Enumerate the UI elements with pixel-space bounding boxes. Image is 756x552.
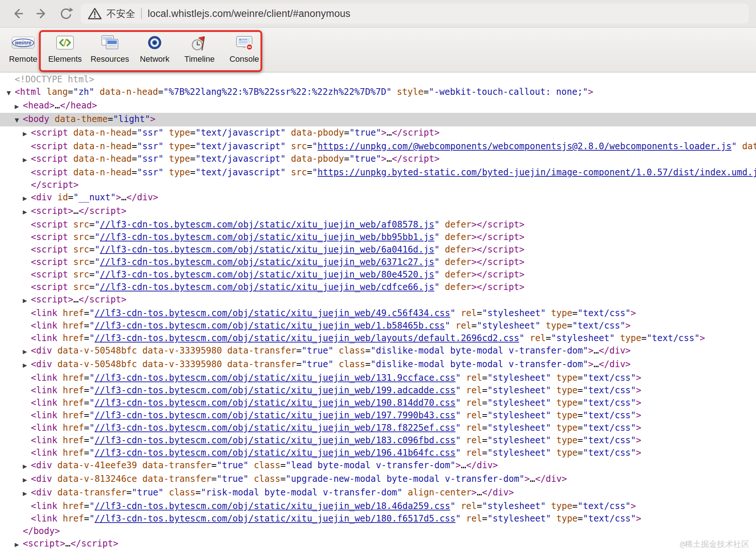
attr-name-token: rel bbox=[461, 385, 482, 395]
dom-tree-row[interactable]: <!DOCTYPE html> bbox=[0, 73, 756, 86]
dom-tree-row[interactable]: ▶<div data-v-50548bfc data-v-33395980 da… bbox=[0, 344, 756, 358]
dom-tree-row[interactable]: ▶<div data-v-813246ce data-transfer="tru… bbox=[0, 473, 756, 486]
attr-value-token: "text/javascript" bbox=[195, 141, 286, 151]
address-bar[interactable]: 不安全 local.whistlejs.com/weinre/client/#a… bbox=[81, 4, 749, 24]
dom-tree-row-selected[interactable]: ▼<body data-theme="light"> bbox=[0, 113, 756, 126]
attr-name-token: defer bbox=[440, 219, 472, 230]
dom-tree-row[interactable]: <script data-n-head="ssr" type="text/jav… bbox=[0, 166, 756, 179]
attr-name-token: type bbox=[615, 333, 641, 343]
tab-elements[interactable]: Elements bbox=[43, 28, 87, 72]
collapsed-arrow-icon[interactable]: ▶ bbox=[23, 206, 31, 218]
dom-tree-row[interactable]: <link href="//lf3-cdn-tos.bytescm.com/ob… bbox=[0, 409, 756, 422]
dom-tree-row[interactable]: <link href="//lf3-cdn-tos.bytescm.com/ob… bbox=[0, 512, 756, 525]
tab-remote[interactable]: weinre Remote bbox=[6, 28, 40, 72]
dom-tree-row[interactable]: ▶<script data-n-head="ssr" type="text/ja… bbox=[0, 153, 756, 166]
tag-token: > bbox=[636, 448, 641, 458]
dom-tree-row[interactable]: <script src="//lf3-cdn-tos.bytescm.com/o… bbox=[0, 243, 756, 256]
dom-tree-row[interactable]: ▶<script data-n-head="ssr" type="text/ja… bbox=[0, 126, 756, 140]
attr-name-token: style bbox=[392, 87, 424, 97]
dom-tree-row[interactable]: <script src="//lf3-cdn-tos.bytescm.com/o… bbox=[0, 256, 756, 268]
dom-tree-row[interactable]: ▶<script>…</script> bbox=[0, 537, 756, 551]
punct-token: = bbox=[577, 373, 583, 383]
punct-token: = bbox=[84, 435, 89, 445]
dom-tree-row[interactable]: <link href="//lf3-cdn-tos.bytescm.com/ob… bbox=[0, 434, 756, 447]
dom-tree-row[interactable]: ▶<div id="__nuxt">…</div> bbox=[0, 191, 756, 205]
dom-tree-row[interactable]: <link href="//lf3-cdn-tos.bytescm.com/ob… bbox=[0, 397, 756, 409]
dom-tree-row[interactable]: </script> bbox=[0, 179, 756, 191]
dom-tree-row[interactable]: <script src="//lf3-cdn-tos.bytescm.com/o… bbox=[0, 281, 756, 293]
dom-tree-row[interactable]: <script data-n-head="ssr" type="text/jav… bbox=[0, 140, 756, 153]
back-button[interactable] bbox=[10, 6, 26, 22]
network-icon bbox=[145, 34, 164, 51]
tab-timeline[interactable]: Timeline bbox=[177, 28, 222, 72]
dom-tree-row[interactable]: <link href="//lf3-cdn-tos.bytescm.com/ob… bbox=[0, 307, 756, 319]
attr-name-token: href bbox=[57, 410, 84, 420]
dom-tree-row[interactable]: <link href="//lf3-cdn-tos.bytescm.com/ob… bbox=[0, 372, 756, 384]
punct-token: = bbox=[296, 359, 301, 369]
dom-tree-row[interactable]: ▶<script>…</script> bbox=[0, 293, 756, 307]
tag-token: <script> bbox=[31, 294, 73, 305]
dom-tree-row[interactable]: <script src="//lf3-cdn-tos.bytescm.com/o… bbox=[0, 218, 756, 231]
punct-token: = bbox=[307, 167, 312, 178]
dom-tree-row[interactable]: ▶<head>…</head> bbox=[0, 99, 756, 113]
dom-tree-row[interactable]: <link href="//lf3-cdn-tos.bytescm.com/ob… bbox=[0, 384, 756, 397]
weinre-logo-button[interactable]: weinre bbox=[12, 37, 35, 49]
link-token: //lf3-cdn-tos.bytescm.com/obj/static/xit… bbox=[100, 244, 434, 255]
link-token: //lf3-cdn-tos.bytescm.com/obj/static/xit… bbox=[100, 219, 434, 230]
dom-tree-row[interactable]: <link href="//lf3-cdn-tos.bytescm.com/ob… bbox=[0, 447, 756, 459]
tab-timeline-label: Timeline bbox=[184, 54, 215, 64]
punct-token: = bbox=[84, 513, 89, 524]
text-token: … bbox=[461, 460, 466, 470]
dom-tree-row[interactable]: ▼<html lang="zh" data-n-head="%7B%22lang… bbox=[0, 86, 756, 99]
dom-tree-row[interactable]: <script src="//lf3-cdn-tos.bytescm.com/o… bbox=[0, 268, 756, 281]
collapsed-arrow-icon[interactable]: ▶ bbox=[15, 538, 23, 551]
expanded-arrow-icon[interactable]: ▼ bbox=[15, 114, 23, 126]
collapsed-arrow-icon[interactable]: ▶ bbox=[23, 192, 31, 205]
attr-value-token: "text/css" bbox=[577, 308, 631, 318]
tab-console[interactable]: Console bbox=[222, 28, 267, 72]
reload-button[interactable] bbox=[57, 6, 73, 22]
tag-token: > bbox=[150, 114, 155, 124]
tag-token: <link bbox=[31, 373, 57, 383]
tag-token: </script> bbox=[79, 206, 126, 216]
resources-icon bbox=[100, 34, 119, 51]
attr-value-token: "stylesheet" bbox=[482, 308, 546, 318]
dom-tree-row[interactable]: <link href="//lf3-cdn-tos.bytescm.com/ob… bbox=[0, 319, 756, 332]
dom-tree-row[interactable]: ▶<script>…</script> bbox=[0, 205, 756, 218]
collapsed-arrow-icon[interactable]: ▶ bbox=[23, 460, 31, 473]
punct-token: = bbox=[641, 333, 647, 343]
expanded-arrow-icon[interactable]: ▼ bbox=[7, 87, 15, 99]
collapsed-arrow-icon[interactable]: ▶ bbox=[23, 154, 31, 166]
dom-tree-row[interactable]: ▶<div data-transfer="true" class="risk-m… bbox=[0, 486, 756, 500]
watermark: @稀土掘金技术社区 bbox=[680, 538, 749, 551]
dom-tree-row[interactable]: ▶<div data-v-41eefe39 data-transfer="tru… bbox=[0, 459, 756, 473]
collapsed-arrow-icon[interactable]: ▶ bbox=[23, 294, 31, 307]
dom-tree-row[interactable]: <link href="//lf3-cdn-tos.bytescm.com/ob… bbox=[0, 422, 756, 434]
collapsed-arrow-icon[interactable]: ▶ bbox=[23, 128, 31, 140]
dom-tree-row[interactable]: <script src="//lf3-cdn-tos.bytescm.com/o… bbox=[0, 231, 756, 243]
tag-token: <link bbox=[31, 513, 57, 524]
dom-tree-row[interactable]: </body> bbox=[0, 525, 756, 537]
attr-name-token: type bbox=[551, 423, 577, 433]
collapsed-arrow-icon[interactable]: ▶ bbox=[15, 100, 23, 113]
collapsed-arrow-icon[interactable]: ▶ bbox=[23, 359, 31, 372]
collapsed-arrow-icon[interactable]: ▶ bbox=[23, 487, 31, 500]
tag-token: <link bbox=[31, 398, 57, 408]
url-text[interactable]: local.whistlejs.com/weinre/client/#anony… bbox=[148, 8, 350, 19]
punct-token: = bbox=[482, 435, 487, 445]
collapsed-arrow-icon[interactable]: ▶ bbox=[23, 474, 31, 486]
dom-tree-row[interactable]: ▶<div data-v-50548bfc data-v-33395980 da… bbox=[0, 358, 756, 372]
punct-token: = bbox=[89, 244, 94, 255]
attr-value-token: "dislike-modal byte-modal v-transfer-dom… bbox=[371, 359, 588, 369]
collapsed-arrow-icon[interactable]: ▶ bbox=[23, 345, 31, 358]
tab-resources[interactable]: Resources bbox=[87, 28, 132, 72]
tag-token: </head> bbox=[60, 100, 97, 111]
dom-tree-row[interactable]: <link href="//lf3-cdn-tos.bytescm.com/ob… bbox=[0, 332, 756, 344]
forward-button[interactable] bbox=[34, 6, 50, 22]
dom-tree-row[interactable]: <link href="//lf3-cdn-tos.bytescm.com/ob… bbox=[0, 500, 756, 512]
attr-name-token: src bbox=[286, 141, 307, 151]
not-secure-warning-icon[interactable] bbox=[87, 7, 102, 20]
link-token: //lf3-cdn-tos.bytescm.com/obj/static/xit… bbox=[94, 373, 456, 383]
punct-token: = bbox=[84, 423, 89, 433]
tab-network[interactable]: Network bbox=[132, 28, 177, 72]
